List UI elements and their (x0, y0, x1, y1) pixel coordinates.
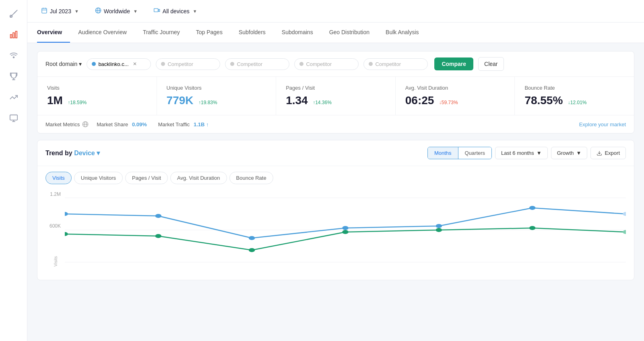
svg-point-38 (623, 230, 626, 234)
chart-tab-pages-visit[interactable]: Pages / Visit (125, 172, 168, 184)
sidebar-icon-telescope[interactable] (5, 5, 23, 23)
avg-duration-value: 06:25 (405, 94, 434, 107)
primary-domain-input[interactable]: backlinko.c... ✕ (87, 58, 151, 70)
chart-area: 1.2M 600K Visits (37, 190, 634, 280)
trend-panel: Trend by Device ▾ Months Quarters Last 6… (37, 140, 634, 280)
globe-icon (95, 7, 101, 15)
tab-geo-distribution[interactable]: Geo Distribution (321, 23, 378, 43)
trend-device-link[interactable]: Device ▾ (74, 150, 100, 156)
tab-audience-overview[interactable]: Audience Overview (70, 23, 135, 43)
device-chevron-icon: ▼ (193, 9, 197, 14)
market-metrics-label: Market Metrics (45, 121, 89, 127)
metric-visits: Visits 1M ↑18.59% (37, 77, 157, 115)
primary-domain-value: backlinko.c... (98, 61, 128, 67)
sidebar-icon-trend[interactable] (5, 88, 23, 106)
market-globe-icon (82, 121, 89, 127)
root-domain-chevron-icon: ▾ (79, 61, 82, 67)
svg-point-35 (342, 230, 348, 234)
market-share-value: 0.09% (132, 121, 147, 127)
device-filter-label: All devices (163, 8, 190, 14)
sidebar-icon-screen[interactable] (5, 109, 23, 127)
main-content: Jul 2023 ▼ Worldwide ▼ All devices ▼ Ove… (27, 0, 644, 341)
bounce-rate-change: ↓12.01% (568, 100, 587, 105)
trend-chart (65, 190, 626, 270)
clear-button[interactable]: Clear (478, 57, 504, 71)
tab-bulk-analysis[interactable]: Bulk Analysis (378, 23, 427, 43)
svg-point-26 (155, 214, 161, 218)
trend-title: Trend by Device ▾ (45, 149, 100, 157)
explore-market-link[interactable]: Explore your market (579, 121, 626, 127)
market-metrics-row: Market Metrics Market Share 0.09% Market… (37, 115, 634, 133)
competitor-input-2[interactable]: Competitor (225, 58, 289, 70)
content-area: Root domain ▾ backlinko.c... ✕ Competito… (27, 43, 644, 341)
competitor-placeholder-2: Competitor (237, 61, 262, 67)
compare-button[interactable]: Compare (434, 58, 473, 70)
date-filter[interactable]: Jul 2023 ▼ (37, 5, 83, 17)
geo-filter-label: Worldwide (104, 8, 130, 14)
unique-visitors-value: 779K (167, 94, 194, 107)
tab-overview[interactable]: Overview (37, 23, 70, 43)
chart-y-mid: 600K (50, 223, 61, 229)
competitor-input-4[interactable]: Competitor (363, 58, 428, 70)
competitor-input-1[interactable]: Competitor (156, 58, 220, 70)
chart-tabs: Visits Unique Visitors Pages / Visit Avg… (37, 166, 634, 190)
geo-filter[interactable]: Worldwide ▼ (91, 5, 142, 17)
topbar: Jul 2023 ▼ Worldwide ▼ All devices ▼ (27, 0, 644, 23)
svg-point-36 (436, 228, 442, 232)
svg-point-6 (13, 57, 14, 58)
growth-dropdown[interactable]: Growth ▼ (551, 147, 588, 159)
trend-header: Trend by Device ▾ Months Quarters Last 6… (37, 140, 634, 166)
stats-panel: Root domain ▾ backlinko.c... ✕ Competito… (37, 51, 634, 134)
competitor-dot-icon-1 (161, 62, 165, 66)
tab-traffic-journey[interactable]: Traffic Journey (135, 23, 188, 43)
bounce-rate-value: 78.55% (524, 94, 563, 107)
svg-point-37 (529, 226, 535, 230)
geo-chevron-icon: ▼ (133, 9, 138, 14)
competitor-placeholder-4: Competitor (375, 61, 401, 67)
quarters-button[interactable]: Quarters (458, 147, 492, 159)
tab-subdomains[interactable]: Subdomains (274, 23, 321, 43)
calendar-icon (41, 7, 47, 15)
last-months-chevron-icon: ▼ (537, 150, 542, 156)
months-button[interactable]: Months (428, 147, 458, 159)
svg-rect-4 (13, 33, 14, 38)
device-filter[interactable]: All devices ▼ (150, 5, 201, 17)
chart-tab-unique-visitors[interactable]: Unique Visitors (74, 172, 123, 184)
growth-chevron-icon: ▼ (576, 150, 582, 156)
tab-subfolders[interactable]: Subfolders (231, 23, 274, 43)
sidebar (0, 0, 27, 341)
svg-rect-17 (154, 8, 158, 12)
competitor-dot-icon-3 (299, 62, 303, 66)
svg-rect-5 (15, 31, 17, 38)
devices-icon (154, 7, 160, 15)
visits-value: 1M (47, 94, 63, 107)
chart-tab-visits[interactable]: Visits (45, 172, 72, 184)
export-icon (597, 150, 602, 156)
chart-tab-bounce-rate[interactable]: Bounce Rate (229, 172, 273, 184)
root-domain-selector[interactable]: Root domain ▾ (45, 61, 82, 67)
sidebar-icon-chart[interactable] (5, 26, 23, 43)
svg-point-32 (65, 232, 68, 236)
competitor-dot-icon-4 (369, 62, 373, 66)
period-toggle: Months Quarters (427, 147, 492, 159)
svg-point-34 (249, 248, 255, 252)
sidebar-icon-signal[interactable] (5, 47, 23, 64)
unique-visitors-change: ↑19.83% (198, 100, 217, 105)
svg-rect-10 (42, 8, 47, 13)
svg-rect-3 (10, 35, 12, 38)
chart-tab-avg-duration[interactable]: Avg. Visit Duration (170, 172, 227, 184)
market-share-item: Market Share 0.09% (97, 121, 147, 127)
tab-top-pages[interactable]: Top Pages (188, 23, 231, 43)
avg-duration-change: ↓59.73% (439, 100, 458, 105)
export-button[interactable]: Export (590, 147, 626, 159)
last-months-dropdown[interactable]: Last 6 months ▼ (495, 147, 548, 159)
svg-point-31 (623, 212, 626, 216)
nav-tabs: Overview Audience Overview Traffic Journ… (27, 23, 644, 43)
metric-unique-visitors: Unique Visitors 779K ↑19.83% (157, 77, 277, 115)
trend-controls: Months Quarters Last 6 months ▼ Growth ▼… (427, 147, 626, 159)
date-filter-label: Jul 2023 (50, 8, 71, 14)
competitor-input-3[interactable]: Competitor (294, 58, 359, 70)
domain-close-icon[interactable]: ✕ (133, 61, 137, 67)
visits-change: ↑18.59% (68, 100, 87, 105)
sidebar-icon-trophy[interactable] (5, 68, 23, 85)
